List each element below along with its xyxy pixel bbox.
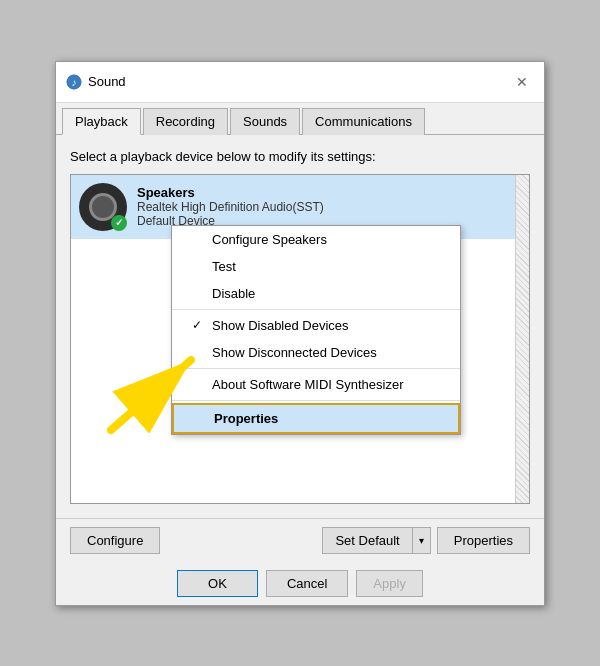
svg-text:♪: ♪: [72, 77, 77, 88]
ctx-properties[interactable]: Properties: [172, 403, 460, 434]
properties-button[interactable]: Properties: [437, 527, 530, 554]
ctx-about-midi[interactable]: About Software MIDI Synthesizer: [172, 371, 460, 398]
scrollbar-track: [516, 175, 529, 503]
bottom-right-buttons: Set Default ▾ Properties: [322, 527, 530, 554]
tab-playback[interactable]: Playback: [62, 108, 141, 135]
ctx-configure-speakers[interactable]: Configure Speakers: [172, 226, 460, 253]
sound-dialog: ♪ Sound ✕ Playback Recording Sounds Comm…: [55, 61, 545, 606]
set-default-button[interactable]: Set Default: [323, 528, 412, 553]
tab-recording[interactable]: Recording: [143, 108, 228, 135]
ok-button[interactable]: OK: [177, 570, 258, 597]
tabs-bar: Playback Recording Sounds Communications: [56, 103, 544, 135]
ctx-show-disabled[interactable]: ✓ Show Disabled Devices: [172, 312, 460, 339]
ctx-disable[interactable]: Disable: [172, 280, 460, 307]
main-content: Select a playback device below to modify…: [56, 135, 544, 518]
device-info: Speakers Realtek High Definition Audio(S…: [137, 185, 324, 228]
device-sub: Realtek High Definition Audio(SST): [137, 200, 324, 214]
device-name: Speakers: [137, 185, 324, 200]
scrollbar[interactable]: [515, 175, 529, 503]
window-title: Sound: [88, 74, 126, 89]
ctx-test[interactable]: Test: [172, 253, 460, 280]
set-default-split: Set Default ▾: [322, 527, 430, 554]
close-button[interactable]: ✕: [510, 70, 534, 94]
footer-bar: OK Cancel Apply: [56, 562, 544, 605]
ctx-separator-1: [172, 309, 460, 310]
tab-communications[interactable]: Communications: [302, 108, 425, 135]
bottom-bar: Configure Set Default ▾ Properties: [56, 518, 544, 562]
configure-button[interactable]: Configure: [70, 527, 160, 554]
title-bar: ♪ Sound ✕: [56, 62, 544, 103]
bottom-left-buttons: Configure: [70, 527, 160, 554]
apply-button[interactable]: Apply: [356, 570, 423, 597]
ctx-separator-2: [172, 368, 460, 369]
context-menu: Configure Speakers Test Disable ✓ Show D…: [171, 225, 461, 435]
speaker-icon-wrap: ✓: [79, 183, 127, 231]
ctx-show-disconnected[interactable]: Show Disconnected Devices: [172, 339, 460, 366]
device-list: ✓ Speakers Realtek High Definition Audio…: [70, 174, 530, 504]
tab-sounds[interactable]: Sounds: [230, 108, 300, 135]
default-check-badge: ✓: [111, 215, 127, 231]
set-default-dropdown[interactable]: ▾: [413, 528, 430, 553]
title-bar-left: ♪ Sound: [66, 74, 126, 90]
instruction-text: Select a playback device below to modify…: [70, 149, 530, 164]
ctx-separator-3: [172, 400, 460, 401]
sound-title-icon: ♪: [66, 74, 82, 90]
cancel-button[interactable]: Cancel: [266, 570, 348, 597]
